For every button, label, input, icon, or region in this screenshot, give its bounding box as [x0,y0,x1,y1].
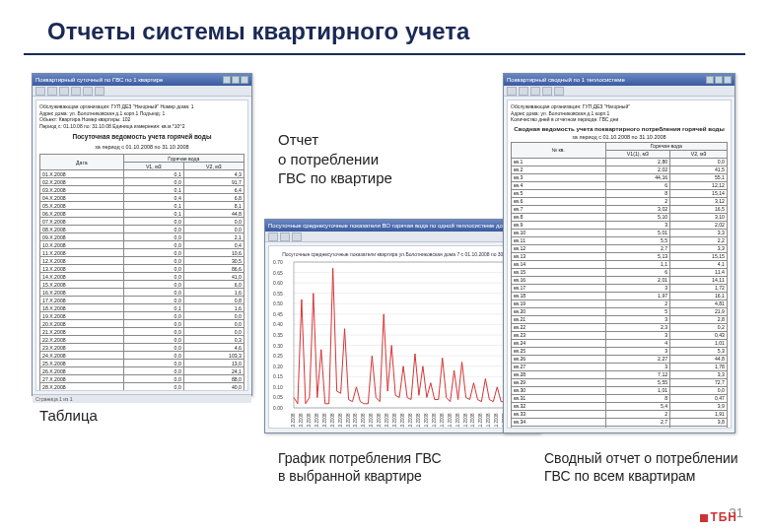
y-tick-label: 0.10 [273,384,283,390]
close-icon[interactable] [724,76,732,84]
max-icon[interactable] [232,76,240,84]
tool-icon[interactable] [519,87,528,96]
col-v1: V1, м3 [123,163,183,170]
table-row: 24.X.20080,0103,3 [40,352,245,360]
annot-report: Отчет о потреблении ГВС по квартире [278,130,392,188]
table-row: кв.105,013,3 [512,229,728,236]
table-row: 23.X.20080,04,6 [40,344,245,352]
table-row: кв.181,9716,1 [512,292,728,299]
table-row: 13.X.20080,086,6 [40,265,245,273]
tool-icon[interactable] [268,233,278,241]
table-row: кв.12,800,0 [512,158,728,166]
report-title: Сводная ведомость учета поквартирного по… [511,125,728,132]
col-group: Горячая вода [605,142,727,150]
x-tick-label: 27.10.2008 [392,408,397,429]
tool-icon[interactable] [83,87,93,96]
report-period: за период с 01.10.2008 по 31.10.2008 [39,144,245,150]
titlebar: Поквартирный суточный по ГВС по 1 кварти… [33,74,251,86]
table-row: 22.X.20080,00,3 [40,336,245,344]
tool-icon[interactable] [530,87,540,96]
report-title: Посуточная ведомость учета горячей воды [41,133,243,140]
y-tick-label: 0.45 [273,311,283,317]
report-period: за период с 01.10.2008 по 31.10.2008 [511,134,728,140]
table-row: кв.623,12 [512,197,728,205]
y-tick-label: 0.20 [273,364,283,369]
table-row: кв.2731,78 [512,363,728,370]
annot-table: Таблица [39,406,98,426]
col-v1: V1(1), м3 [605,150,670,158]
x-tick-label: 23.10.2008 [377,408,382,429]
chart-subtitle: Посуточные среднесуточные показатели ква… [272,251,532,257]
tool-icon[interactable] [71,87,81,96]
toolbar [33,86,251,97]
table-row: 27.X.20080,088,0 [40,375,245,383]
slide-canvas: Отчет о потреблении ГВС по квартире Табл… [0,63,769,497]
table-row: кв.22,0241,5 [512,166,728,173]
x-tick-label: 15.10.2008 [346,408,351,429]
logo: ТБН [700,510,737,524]
tool-icon[interactable] [554,87,564,96]
tool-icon[interactable] [35,87,45,96]
x-tick-label: 21.10.2008 [369,408,374,429]
tool-icon[interactable] [95,87,105,96]
statusbar: Страница 1 из 1 [33,394,251,403]
window-buttons [222,76,248,85]
table-row: 02.X.20080,091,7 [40,178,245,186]
table-row: кв.1731,72 [512,284,728,292]
org-line: Количество дней в отчетном периоде: ГВС … [511,116,728,123]
tool-icon[interactable] [47,87,57,96]
table-row: 08.X.20080,00,0 [40,226,245,233]
window-buttons [705,76,732,85]
titlebar: Поквартирный сводный по 1 теплосистеме [504,74,734,86]
table-row: 15.X.20080,06,0 [40,281,245,289]
tool-icon[interactable] [542,87,552,96]
table-row: кв.141,14,1 [512,260,728,268]
table-row: кв.222,30,2 [512,323,728,331]
y-tick-label: 0.70 [273,259,283,265]
y-tick-label: 0.35 [273,332,283,338]
x-tick-label: 13.10.2008 [338,408,343,429]
min-icon[interactable] [706,76,714,84]
consumption-table: ДатаГорячая вода V1, м3V2, м3 01.X.20080… [39,154,245,391]
table-row: кв.85,103,10 [512,213,728,221]
chart-area: 0.000.050.100.150.200.250.300.350.400.45… [272,260,532,429]
y-tick-label: 0.50 [273,300,283,306]
table-row: кв.301,010,0 [512,386,728,394]
toolbar [504,86,734,97]
tool-icon[interactable] [507,87,517,96]
table-row: кв.115,52,2 [512,236,728,244]
x-tick-label: 05.10.2008 [307,408,312,429]
max-icon[interactable] [715,76,723,84]
col-group: Горячая вода [123,155,244,163]
table-row: кв.5815,14 [512,189,728,197]
x-tick-label: 31.10.2008 [408,408,413,429]
y-tick-label: 0.00 [273,405,283,411]
x-tick-label: 12.11.2008 [455,408,460,429]
table-row: кв.135,1315,15 [512,252,728,260]
table-row: кв.1924,81 [512,299,728,307]
table-row: 29.X.20080,049,8 [40,391,245,392]
annot-summary: Сводный отчет о потреблении ГВС по всем … [544,449,738,485]
table-row: 25.X.20080,013,0 [40,360,245,367]
tool-icon[interactable] [292,233,302,241]
table-row: 03.X.20080,16,4 [40,186,245,194]
table-row: кв.4612,12 [512,181,728,189]
y-tick-label: 0.60 [273,280,283,286]
table-row: 26.X.20080,024,1 [40,367,245,375]
tool-icon[interactable] [280,233,290,241]
report-body: Обслуживающая организация: ГУП ДЕЗ "Наго… [35,100,248,391]
tool-icon[interactable] [59,87,69,96]
table-row: 20.X.20080,00,0 [40,320,245,328]
close-icon[interactable] [241,76,248,84]
table-row: кв.162,0114,11 [512,276,728,284]
y-tick-label: 0.40 [273,321,283,327]
table-row: кв.2535,3 [512,347,728,355]
table-row: кв.262,2744,8 [512,355,728,363]
table-row: 01.X.20080,14,3 [40,170,245,178]
x-tick-label: 17.10.2008 [353,408,358,429]
table-row: кв.344,1655,1 [512,173,728,181]
min-icon[interactable] [223,76,231,84]
x-tick-label: 10.11.2008 [448,408,453,429]
chart-body: Посуточные среднесуточные показатели ква… [268,245,536,429]
table-row: кв.122,73,3 [512,244,728,252]
